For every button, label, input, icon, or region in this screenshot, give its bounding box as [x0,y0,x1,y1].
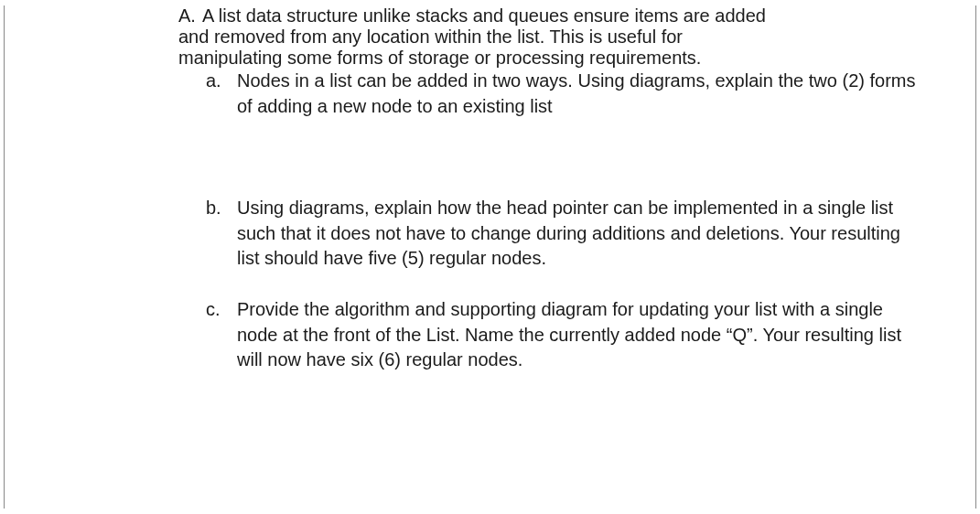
spacing [23,272,921,297]
subitem-c: c. Provide the algorithm and supporting … [23,297,921,373]
question-marker: A. [178,5,202,27]
subitem-marker: a. [206,69,237,94]
question-intro-line-1: A. A list data structure unlike stacks a… [23,5,921,27]
intro-text-1: A list data structure unlike stacks and … [202,5,766,27]
subitem-marker: b. [206,196,237,221]
subitem-a: a. Nodes in a list can be added in two w… [23,69,921,119]
document-page: A. A list data structure unlike stacks a… [4,5,976,509]
subitem-text: Using diagrams, explain how the head poi… [237,196,921,272]
subitem-text: Nodes in a list can be added in two ways… [237,69,921,119]
intro-text-3: manipulating some forms of storage or pr… [23,48,921,69]
intro-text-2: and removed from any location within the… [23,27,921,48]
spacing [23,119,921,196]
subitem-text: Provide the algorithm and supporting dia… [237,297,921,373]
subitem-marker: c. [206,297,237,323]
subitem-b: b. Using diagrams, explain how the head … [23,196,921,272]
